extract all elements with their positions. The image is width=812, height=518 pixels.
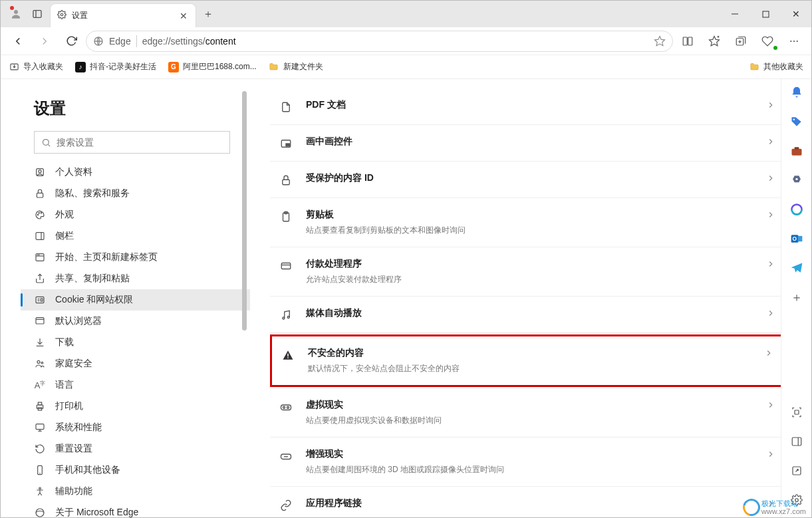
svg-point-66 [287,406,289,408]
svg-point-60 [283,317,285,319]
sidebar-scrollbar[interactable] [242,79,247,517]
svg-rect-36 [41,299,43,301]
row-title: 增强现实 [306,448,753,460]
collections-icon[interactable] [729,31,753,52]
shopping-tag-icon[interactable] [787,112,806,131]
sidebar-item-appearance[interactable]: 外观 [21,204,250,225]
svg-point-61 [287,317,289,319]
settings-sidebar: 设置 个人资料 隐私、搜索和服务 外观 侧栏 开始、主页和新建标签页 共享、复制… [1,79,250,517]
search-input[interactable] [57,137,223,148]
svg-point-21 [39,170,41,173]
row-title: 虚拟现实 [306,399,753,411]
clipboard-icon [279,210,293,223]
setting-payment[interactable]: 付款处理程序允许站点安装付款处理程序 [270,247,785,297]
nav-label: 关于 Microsoft Edge [55,507,138,517]
sidebar-item-start[interactable]: 开始、主页和新建标签页 [21,247,250,268]
sidebar-item-devices[interactable]: 手机和其他设备 [21,459,250,481]
svg-point-0 [14,10,18,14]
setting-pip[interactable]: 画中画控件 [270,125,785,162]
setting-pdf[interactable]: PDF 文档 [270,88,785,125]
bell-icon[interactable] [787,83,806,102]
profile-icon [34,166,46,178]
svg-point-31 [39,255,39,255]
chevron-right-icon [766,137,775,148]
minimize-button[interactable] [720,1,750,27]
nav-label: Cookie 和网站权限 [55,294,133,306]
sidebar-item-system[interactable]: 系统和性能 [21,417,250,438]
bookmark-folder[interactable]: 新建文件夹 [269,61,323,72]
sidebar-item-about[interactable]: 关于 Microsoft Edge [21,502,250,517]
sidebar-item-sidebar[interactable]: 侧栏 [21,225,250,247]
row-title: 应用程序链接 [306,497,753,509]
search-settings-box[interactable] [34,131,230,154]
games-icon[interactable] [787,171,806,190]
nav-label: 下载 [55,336,74,348]
sidebar-item-accessibility[interactable]: 辅助功能 [21,481,250,502]
svg-point-24 [39,213,39,213]
toolbox-icon[interactable] [787,142,806,160]
telegram-icon[interactable] [787,259,806,277]
profile-icon[interactable] [6,1,26,27]
sidebar-panel-icon[interactable] [787,432,806,451]
family-icon [34,358,46,370]
split-screen-icon[interactable] [676,31,700,52]
svg-rect-54 [286,144,289,146]
copilot-icon[interactable] [787,200,806,219]
setting-app-links[interactable]: 应用程序链接 [270,487,785,517]
bookmark-alibaba[interactable]: G 阿里巴巴1688.com... [168,61,257,72]
folder-icon [749,62,759,72]
svg-rect-9 [688,37,692,45]
page-title: 设置 [21,92,250,131]
sidebar-item-language[interactable]: A字语言 [21,374,250,396]
window-controls: ✕ [720,1,811,27]
svg-point-30 [37,255,38,255]
sidebar-item-printer[interactable]: 打印机 [21,396,250,417]
browser-essentials-icon[interactable] [755,31,779,52]
sidebar-capture-icon[interactable] [787,403,806,422]
forward-button[interactable] [33,31,57,52]
nav-label: 个人资料 [55,166,92,178]
accessibility-icon [34,485,46,497]
bookmark-douyin[interactable]: ♪ 抖音-记录美好生活 [75,61,156,72]
sidebar-item-downloads[interactable]: 下载 [21,332,250,353]
outlook-icon[interactable]: O [787,229,806,248]
other-favorites[interactable]: 其他收藏夹 [749,61,803,72]
address-bar[interactable]: Edge edge://settings/content [86,31,673,52]
setting-insecure-content[interactable]: 不安全的内容默认情况下，安全站点会阻止不安全的内容 [272,336,783,385]
maximize-button[interactable] [750,1,781,27]
sidebar-item-cookies[interactable]: Cookie 和网站权限 [21,289,250,311]
setting-protected-content[interactable]: 受保护的内容 ID [270,162,785,198]
close-window-button[interactable]: ✕ [781,1,811,27]
close-tab-icon[interactable]: ✕ [178,11,189,21]
favorite-icon[interactable] [654,35,666,47]
import-favorites-button[interactable]: 导入收藏夹 [9,61,63,72]
language-icon: A字 [34,379,46,391]
browser-tab[interactable]: 设置 ✕ [50,3,196,27]
sidebar-item-profile[interactable]: 个人资料 [21,162,250,183]
back-button[interactable] [6,31,30,52]
sidebar-external-icon[interactable] [787,461,806,480]
sidebar-item-privacy[interactable]: 隐私、搜索和服务 [21,183,250,204]
sidebar-item-default-browser[interactable]: 默认浏览器 [21,311,250,332]
titlebar: 设置 ✕ ＋ ✕ [1,1,811,27]
download-icon [34,336,46,348]
nav-label: 共享、复制和粘贴 [55,273,130,285]
sidebar-item-share[interactable]: 共享、复制和粘贴 [21,268,250,289]
setting-vr[interactable]: 虚拟现实站点要使用虚拟现实设备和数据时询问 [270,388,785,438]
setting-clipboard[interactable]: 剪贴板站点要查看复制到剪贴板的文本和图像时询问 [270,198,785,247]
setting-autoplay[interactable]: 媒体自动播放 [270,297,785,333]
sidebar-item-family[interactable]: 家庭安全 [21,353,250,374]
sidebar-item-reset[interactable]: 重置设置 [21,438,250,459]
favorites-icon[interactable] [702,31,726,52]
menu-button[interactable]: ⋯ [782,31,806,52]
nav-label: 辅助功能 [55,485,92,497]
row-title: 剪贴板 [306,209,753,221]
settings-main-panel: PDF 文档 画中画控件 受保护的内容 ID 剪贴板站点要查看复制到剪贴板的文本… [250,79,811,517]
add-sidebar-icon[interactable]: ＋ [787,288,806,307]
alibaba-favicon: G [168,62,179,72]
new-tab-button[interactable]: ＋ [198,1,219,27]
tab-actions-icon[interactable] [26,1,49,27]
chevron-right-icon [764,348,773,360]
setting-ar[interactable]: 增强现实站点要创建周围环境的 3D 地图或跟踪摄像头位置时询问 [270,438,785,487]
refresh-button[interactable] [59,31,83,52]
